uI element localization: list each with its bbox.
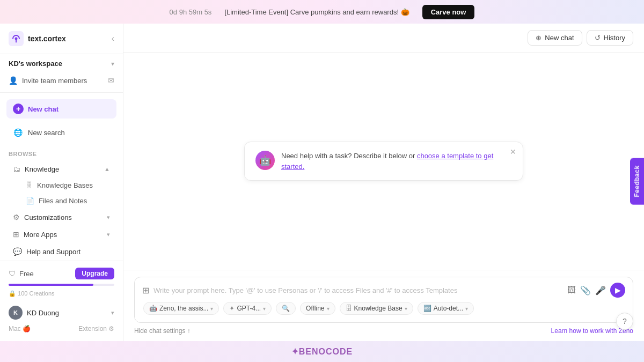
model-label: GPT-4... [237, 305, 261, 312]
input-area: ⊞ 🖼 📎 🎤 ▶ 🤖 Zeno, the assis... ▾ [123, 270, 644, 323]
carve-now-button[interactable]: Carve now [422, 5, 475, 19]
attach-button[interactable]: 📎 [580, 285, 591, 295]
mic-button[interactable]: 🎤 [595, 285, 606, 295]
workspace-selector[interactable]: KD's workspace ▾ [0, 54, 123, 73]
free-label: Free [19, 270, 34, 278]
auto-icon: 🔤 [423, 305, 431, 312]
status-selector[interactable]: Offline ▾ [300, 302, 335, 315]
status-label: Offline [306, 305, 324, 312]
help-support-label: Help and Support [26, 248, 80, 256]
more-apps-section[interactable]: ⊞ More Apps ▾ [4, 226, 119, 242]
top-banner: 0d 9h 59m 5s [Limited-Time Event] Carve … [0, 0, 644, 24]
model-chevron-icon: ▾ [263, 306, 266, 312]
assistant-avatar: 🤖 [255, 151, 275, 170]
model-selector[interactable]: ✦ GPT-4... ▾ [223, 302, 272, 315]
knowledge-db-icon: 🗄 [346, 305, 352, 312]
knowledge-bases-item[interactable]: 🗄 Knowledge Bases [4, 178, 119, 193]
invite-team-row[interactable]: 👤 Invite team members ✉ [0, 73, 123, 90]
plus-circle-icon: ⊕ [536, 34, 541, 42]
new-chat-header-label: New chat [545, 34, 574, 42]
auto-detect-label: Auto-det... [434, 305, 463, 312]
help-icon: 💬 [13, 247, 22, 256]
user-avatar: K [9, 306, 23, 320]
input-actions: 🖼 📎 🎤 ▶ [567, 283, 625, 298]
notification-card: 🤖 Need help with a task? Describe it bel… [244, 142, 523, 181]
new-chat-label: New chat [28, 105, 58, 113]
knowledge-section[interactable]: 🗂 Knowledge ▲ [4, 161, 119, 177]
customizations-section[interactable]: ⚙ Customizations ▾ [4, 209, 119, 225]
shield-icon: 🛡 [9, 269, 16, 278]
globe-icon: 🌐 [13, 128, 23, 137]
apps-icon: ⊞ [13, 230, 19, 239]
knowledge-bases-label: Knowledge Bases [37, 181, 93, 189]
prompt-input[interactable] [153, 286, 563, 294]
sidebar: text.cortex ‹ KD's workspace ▾ 👤 Invite … [0, 24, 123, 341]
knowledge-label: Knowledge [25, 165, 59, 173]
chat-area: 🤖 Need help with a task? Describe it bel… [123, 53, 644, 270]
logo-text: text.cortex [28, 34, 66, 43]
help-button[interactable]: ? [616, 313, 633, 330]
extension-icon: ⚙ [108, 325, 114, 333]
mail-icon: ✉ [108, 76, 114, 85]
knowledge-base-label: Knowledge Base [354, 305, 402, 312]
extension-label[interactable]: Extension ⚙ [78, 325, 114, 333]
user-row[interactable]: K KD Duong ▾ [9, 302, 114, 323]
sidebar-collapse-button[interactable]: ‹ [112, 34, 114, 43]
more-apps-chevron-icon: ▾ [107, 231, 110, 238]
upgrade-button[interactable]: Upgrade [75, 268, 114, 279]
history-icon: ↺ [595, 34, 601, 42]
customizations-icon: ⚙ [13, 213, 20, 221]
search-icon: 🔍 [282, 305, 290, 312]
search-button[interactable]: 🔍 [276, 302, 296, 315]
feedback-tab[interactable]: Feedback [630, 158, 644, 204]
files-notes-item[interactable]: 📄 Files and Notes [4, 194, 119, 208]
new-search-item[interactable]: 🌐 New search [4, 124, 119, 141]
chat-footer: Hide chat settings ↑ Learn how to work w… [123, 323, 644, 341]
new-chat-plus-icon: + [13, 104, 24, 114]
logo-icon [9, 31, 24, 46]
persona-label: Zeno, the assis... [159, 305, 208, 312]
hide-settings-label: Hide chat settings ↑ [134, 327, 191, 335]
input-box: ⊞ 🖼 📎 🎤 ▶ 🤖 Zeno, the assis... ▾ [134, 277, 633, 323]
new-search-label: New search [28, 129, 65, 137]
input-toolbar: 🤖 Zeno, the assis... ▾ ✦ GPT-4... ▾ 🔍 Of… [142, 298, 625, 317]
history-label: History [604, 34, 625, 42]
content-header: ⊕ New chat ↺ History [123, 24, 644, 53]
customizations-chevron-icon: ▾ [107, 214, 110, 221]
help-support-item[interactable]: 💬 Help and Support [4, 243, 119, 260]
file-icon: 📄 [26, 197, 34, 205]
folder-icon: 🗂 [13, 165, 20, 173]
auto-detect-selector[interactable]: 🔤 Auto-det... ▾ [418, 302, 474, 315]
workspace-label: KD's workspace [9, 60, 62, 68]
notification-text: Need help with a task? Describe it below… [281, 151, 512, 172]
plan-row: 🛡 Free Upgrade [9, 268, 114, 279]
knowledge-chevron-icon: ▾ [405, 306, 407, 312]
watermark-text: ✦BENOCODE [291, 347, 353, 356]
main-layout: text.cortex ‹ KD's workspace ▾ 👤 Invite … [0, 24, 644, 341]
new-chat-header-button[interactable]: ⊕ New chat [528, 30, 582, 46]
invite-label: Invite team members [22, 77, 87, 85]
notification-close-button[interactable]: ✕ [510, 147, 516, 156]
database-icon: 🗄 [26, 181, 33, 189]
platform-row: Mac 🍎 Extension ⚙ [9, 323, 114, 335]
hide-settings-button[interactable]: Hide chat settings ↑ [134, 327, 191, 335]
content-area: ⊕ New chat ↺ History 🤖 Need help with a … [123, 24, 644, 341]
banner-message: [Limited-Time Event] Carve pumpkins and … [224, 8, 409, 16]
progress-bar-background [9, 284, 114, 286]
persona-icon: 🤖 [149, 305, 157, 312]
input-row: ⊞ 🖼 📎 🎤 ▶ [142, 283, 625, 298]
image-button[interactable]: 🖼 [567, 285, 576, 295]
status-chevron-icon: ▾ [327, 306, 330, 312]
knowledge-selector[interactable]: 🗄 Knowledge Base ▾ [340, 302, 413, 315]
question-mark-icon: ? [623, 317, 627, 326]
creations-label: 🔒 100 Creations [9, 290, 114, 297]
history-button[interactable]: ↺ History [587, 30, 633, 46]
grid-icon: ⊞ [142, 285, 149, 295]
workspace-chevron-icon: ▾ [111, 60, 114, 68]
banner-timer: 0d 9h 59m 5s [170, 8, 212, 16]
send-button[interactable]: ▶ [610, 283, 625, 298]
user-name: KD Duong [27, 309, 59, 317]
new-chat-button[interactable]: + New chat [6, 99, 116, 119]
browse-section: Browse [0, 142, 123, 160]
persona-selector[interactable]: 🤖 Zeno, the assis... ▾ [143, 302, 219, 315]
